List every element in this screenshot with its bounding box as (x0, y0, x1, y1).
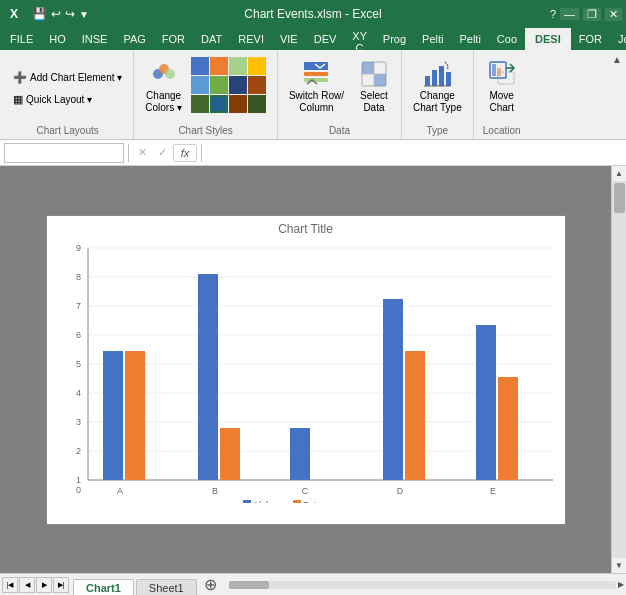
sheet-tabs: Chart1 Sheet1 (73, 574, 197, 596)
bar-a-alpha (103, 351, 123, 480)
tab-pag[interactable]: PAG (115, 28, 153, 50)
type-section: ChangeChart Type Type (402, 50, 474, 139)
scroll-up-arrow[interactable]: ▲ (612, 166, 627, 181)
confirm-formula-btn[interactable]: ✓ (153, 144, 171, 162)
tab-sheet1[interactable]: Sheet1 (136, 579, 197, 596)
chart-title: Chart Title (53, 222, 559, 236)
bar-e-beta (498, 377, 518, 480)
tab-pelti2[interactable]: Pelti (451, 28, 488, 50)
minimize-btn[interactable]: — (560, 8, 579, 20)
restore-btn[interactable]: ❐ (583, 8, 601, 21)
change-chart-type-button[interactable]: ChangeChart Type (408, 54, 467, 120)
prev-sheet-btn[interactable]: ◀ (19, 577, 35, 593)
last-sheet-btn[interactable]: ▶| (53, 577, 69, 593)
chart-sheet-area: Chart Title 9 8 7 6 (0, 166, 611, 573)
tab-for[interactable]: FOR (154, 28, 193, 50)
svg-rect-45 (293, 500, 301, 503)
main-area: Chart Title 9 8 7 6 (0, 166, 626, 573)
location-section: MoveChart Location (474, 50, 530, 139)
tab-chart1[interactable]: Chart1 (73, 579, 134, 596)
svg-rect-4 (304, 72, 328, 76)
bar-d-alpha (383, 299, 403, 480)
tab-jo[interactable]: Jo (610, 28, 626, 50)
select-data-button[interactable]: SelectData (353, 54, 395, 120)
change-chart-type-label: ChangeChart Type (413, 90, 462, 114)
svg-point-2 (165, 69, 175, 79)
excel-app-icon: X (4, 4, 24, 24)
save-icon[interactable]: 💾 (32, 7, 47, 21)
change-colors-icon (148, 58, 180, 90)
svg-rect-43 (243, 500, 251, 503)
svg-text:2: 2 (75, 446, 80, 456)
ribbon-collapse[interactable]: ▲ (608, 50, 626, 139)
svg-text:7: 7 (75, 301, 80, 311)
svg-rect-9 (425, 76, 430, 86)
tab-dev[interactable]: DEV (306, 28, 345, 50)
undo-icon[interactable]: ↩ (51, 7, 61, 21)
svg-text:A: A (116, 486, 122, 496)
change-chart-type-icon (421, 58, 453, 90)
switch-row-column-button[interactable]: Switch Row/Column (284, 54, 349, 120)
ribbon: ➕ Add Chart Element ▾ ▦ Quick Layout ▾ C… (0, 50, 626, 140)
svg-text:8: 8 (75, 272, 80, 282)
chart-layouts-section: ➕ Add Chart Element ▾ ▦ Quick Layout ▾ C… (0, 50, 134, 139)
change-colors-label: ChangeColors ▾ (145, 90, 182, 114)
tab-inse[interactable]: INSE (74, 28, 116, 50)
quick-layout-button[interactable]: ▦ Quick Layout ▾ (8, 90, 127, 109)
svg-rect-12 (446, 72, 451, 86)
more-icon[interactable]: ▼ (79, 9, 89, 20)
next-sheet-btn[interactable]: ▶ (36, 577, 52, 593)
tab-desi[interactable]: DESI (525, 28, 571, 50)
tab-vie[interactable]: VIE (272, 28, 306, 50)
cancel-formula-btn[interactable]: ✕ (133, 144, 151, 162)
bar-e-alpha (476, 325, 496, 480)
quick-styles-area[interactable] (191, 54, 271, 113)
tab-format[interactable]: FOR (571, 28, 610, 50)
tab-xyc[interactable]: XY C (344, 28, 374, 50)
data-label: Data (284, 123, 395, 139)
scroll-thumb[interactable] (614, 183, 625, 213)
svg-text:4: 4 (75, 388, 80, 398)
sheet-tabs-row: |◀ ◀ ▶ ▶| Chart1 Sheet1 ⊕ ▶ (0, 573, 626, 595)
formula-input[interactable] (206, 143, 622, 163)
svg-rect-5 (304, 78, 328, 82)
chart-frame[interactable]: Chart Title 9 8 7 6 (46, 215, 566, 525)
function-btn[interactable]: fx (173, 144, 197, 162)
tab-coo[interactable]: Coo (489, 28, 525, 50)
h-scroll-right-arrow[interactable]: ▶ (616, 580, 626, 589)
name-box[interactable] (4, 143, 124, 163)
svg-rect-10 (432, 70, 437, 86)
scroll-down-arrow[interactable]: ▼ (612, 558, 627, 573)
location-label: Location (480, 123, 524, 139)
tab-dat[interactable]: DAT (193, 28, 230, 50)
svg-text:E: E (489, 486, 495, 496)
svg-rect-14 (492, 64, 496, 76)
tab-prog[interactable]: Prog (375, 28, 414, 50)
close-btn[interactable]: ✕ (605, 8, 622, 21)
formula-separator (128, 144, 129, 162)
svg-rect-8 (374, 74, 386, 86)
layout-icon: ▦ (13, 93, 23, 106)
tab-revi[interactable]: REVI (230, 28, 272, 50)
h-scroll-track[interactable] (229, 581, 616, 589)
tab-ho[interactable]: HO (41, 28, 74, 50)
help-btn[interactable]: ? (550, 8, 556, 20)
add-sheet-btn[interactable]: ⊕ (201, 575, 221, 595)
first-sheet-btn[interactable]: |◀ (2, 577, 18, 593)
switch-icon (300, 58, 332, 90)
redo-icon[interactable]: ↪ (65, 7, 75, 21)
change-colors-button[interactable]: ChangeColors ▾ (140, 54, 187, 120)
add-icon: ➕ (13, 71, 27, 84)
scroll-track[interactable] (612, 181, 626, 558)
h-scroll-thumb[interactable] (229, 581, 269, 589)
bar-c-alpha (290, 428, 310, 480)
move-chart-label: MoveChart (489, 90, 513, 114)
vertical-scrollbar[interactable]: ▲ ▼ (611, 166, 626, 573)
select-data-label: SelectData (360, 90, 388, 114)
svg-text:B: B (211, 486, 217, 496)
add-chart-element-button[interactable]: ➕ Add Chart Element ▾ (8, 68, 127, 87)
move-chart-button[interactable]: MoveChart (480, 54, 524, 120)
tab-pelti1[interactable]: Pelti (414, 28, 451, 50)
tab-file[interactable]: FILE (2, 28, 41, 50)
switch-row-col-label: Switch Row/Column (289, 90, 344, 114)
